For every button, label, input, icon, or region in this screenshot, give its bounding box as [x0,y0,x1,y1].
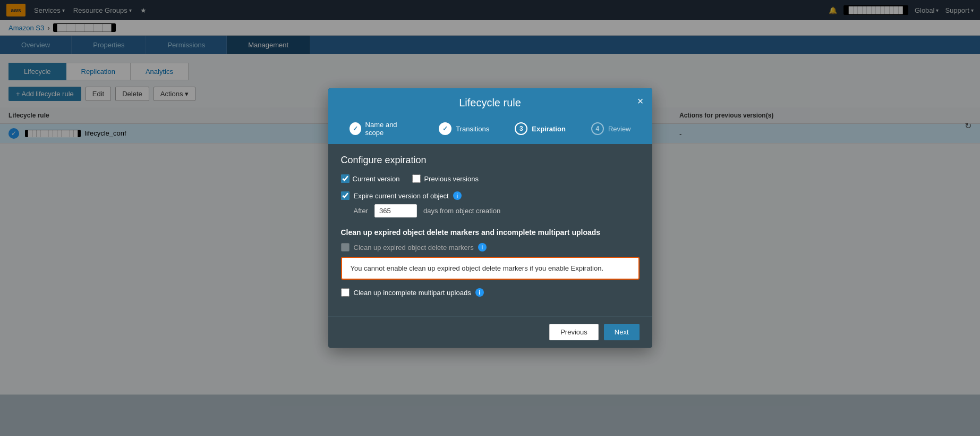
lifecycle-rule-modal: Lifecycle rule × ✓ Name and scope ✓ Tran… [328,88,652,348]
modal-title: Lifecycle rule [339,97,642,115]
content-area: Lifecycle Replication Analytics + Add li… [0,54,980,395]
cleanup-section-title: Clean up expired object delete markers a… [341,228,640,237]
step-2-icon: ✓ [439,122,451,135]
warning-box: You cannot enable clean up expired objec… [341,257,640,280]
expire-current-label: Expire current version of object [354,192,449,200]
after-row: After days from object creation [354,204,640,217]
expire-current-row: Expire current version of object i [341,191,640,200]
cleanup-delete-info-icon[interactable]: i [478,243,487,251]
expire-info-icon[interactable]: i [453,191,462,200]
modal-body: Configure expiration Current version Pre… [328,144,652,316]
step-3: 3 Expiration [515,122,566,135]
cleanup-uploads-label: Clean up incomplete multipart uploads [354,289,471,297]
cleanup-delete-markers-row: Clean up expired object delete markers i [341,243,640,251]
cleanup-delete-markers-checkbox [341,243,350,251]
after-label: After [354,207,368,215]
previous-versions-label[interactable]: Previous versions [412,174,479,183]
step-4: 4 Review [591,122,631,135]
uploads-info-icon[interactable]: i [475,288,484,297]
modal-overlay: Lifecycle rule × ✓ Name and scope ✓ Tran… [0,0,980,395]
step-2: ✓ Transitions [439,122,489,135]
days-input[interactable] [374,204,417,217]
step-1: ✓ Name and scope [350,121,414,137]
cleanup-uploads-checkbox[interactable] [341,288,350,297]
step-4-icon: 4 [591,122,604,135]
cleanup-uploads-row: Clean up incomplete multipart uploads i [341,288,640,297]
previous-button[interactable]: Previous [549,324,599,340]
current-version-checkbox[interactable] [341,174,350,183]
step-3-icon: 3 [515,122,527,135]
current-version-label[interactable]: Current version [341,174,400,183]
warning-text: You cannot enable clean up expired objec… [351,264,604,272]
modal-close-button[interactable]: × [637,96,644,106]
next-button[interactable]: Next [604,324,640,340]
step-1-label: Name and scope [365,121,414,137]
modal-footer: Previous Next [328,316,652,348]
configure-expiration-title: Configure expiration [341,155,640,166]
wizard-steps: ✓ Name and scope ✓ Transitions 3 Expirat… [339,115,642,144]
days-from-label: days from object creation [423,207,500,215]
step-3-label: Expiration [532,125,566,133]
step-2-label: Transitions [456,125,489,133]
modal-header: Lifecycle rule × ✓ Name and scope ✓ Tran… [328,88,652,144]
step-4-label: Review [608,125,631,133]
step-1-icon: ✓ [350,122,361,135]
previous-versions-checkbox[interactable] [412,174,421,183]
cleanup-delete-markers-label: Clean up expired object delete markers [354,244,474,251]
version-row: Current version Previous versions [341,174,640,183]
expire-current-checkbox[interactable] [341,191,350,200]
